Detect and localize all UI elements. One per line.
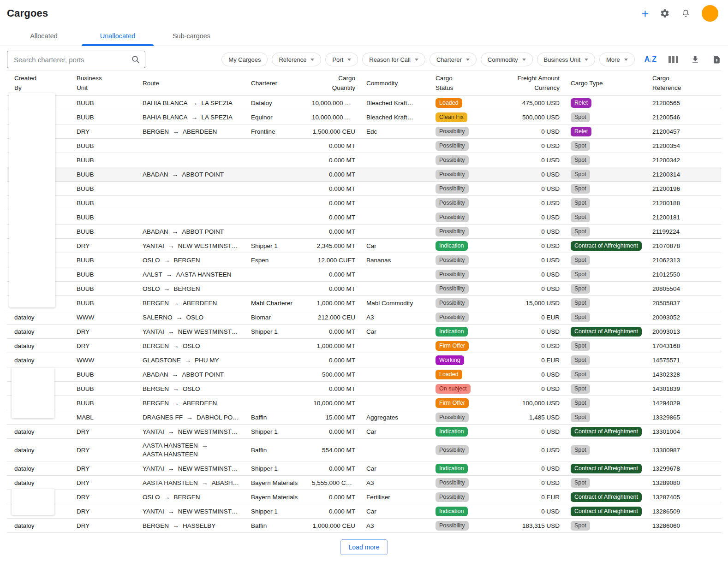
gear-icon[interactable] — [660, 8, 670, 18]
cargo-status-badge: Possibility — [436, 478, 469, 488]
cell-cargo-status: Possibility — [428, 224, 500, 239]
cell-freight-amount: 0 USD — [500, 182, 563, 196]
cell-cargo-type: Spot — [563, 476, 645, 490]
table-row[interactable]: BUUB → 0.000 MT Possibility 0 USD Spot 2… — [7, 196, 721, 210]
table-row[interactable]: DRY BERGEN→ABERDEEN Frontline 1,500.000 … — [7, 124, 721, 139]
cell-charterer — [244, 196, 304, 210]
cell-route: ABADAN→ABBOT POINT — [135, 167, 244, 182]
bell-icon[interactable] — [681, 9, 691, 18]
cargo-type-badge: Spot — [571, 521, 590, 531]
cargo-type-badge: Spot — [571, 141, 590, 151]
tab-allocated[interactable]: Allocated — [7, 27, 81, 46]
route-to: NEW WESTMINSTER — [178, 242, 240, 249]
filter-chip-more[interactable]: More — [599, 53, 635, 66]
cell-business-unit: BUUB — [69, 139, 135, 153]
table-row[interactable]: BUUB ABADAN→ABBOT POINT 0.000 MT Possibi… — [7, 167, 721, 182]
column-header-cargo-reference: Cargo Reference — [645, 71, 721, 96]
cargo-type-badge: Spot — [571, 184, 590, 194]
cell-cargo-status: Possibility — [428, 253, 500, 267]
cell-freight-amount: 0 USD — [500, 382, 563, 396]
route-from: AALST — [143, 271, 162, 278]
download-icon[interactable] — [691, 55, 700, 64]
table-row[interactable]: DRY OSLO→BERGEN Bayern Materials 0.000 M… — [7, 490, 721, 504]
table-row[interactable]: BUUB OSLO→BERGEN Espen 12.000 CUFT Banan… — [7, 253, 721, 267]
cell-cargo-reference: 21200546 — [645, 110, 721, 124]
export-file-icon[interactable] — [712, 55, 721, 65]
table-row[interactable]: dataloy WWW SALERNO→OSLO Biomar 212.000 … — [7, 310, 721, 325]
sort-az-icon[interactable]: A↓Z — [644, 55, 656, 64]
search-box[interactable] — [7, 51, 145, 68]
table-row[interactable]: dataloy DRY AASTA HANSTEEN→ABASHIRI Baye… — [7, 476, 721, 490]
cargo-status-badge: Clean Fix — [436, 112, 467, 122]
columns-icon[interactable] — [668, 56, 678, 63]
table-row[interactable]: BUUB BAHIA BLANCA→LA SPEZIA Dataloy 10,0… — [7, 96, 721, 110]
route-from: BERGEN — [143, 385, 169, 392]
cell-cargo-reference: 13287405 — [645, 490, 721, 504]
table-row[interactable]: BUUB → 0.000 MT Possibility 0 USD Spot 2… — [7, 210, 721, 224]
cell-cargo-status: Indication — [428, 325, 500, 339]
table-row[interactable]: dataloy WWW GLADSTONE→PHU MY 0.000 MT Wo… — [7, 353, 721, 367]
table-row[interactable]: MABL DRAGNES FF→DABHOL PORT Baffin 15.00… — [7, 410, 721, 425]
table-row[interactable]: BUUB BERGEN→OSLO 0.000 MT On subject 0 U… — [7, 382, 721, 396]
filter-chip-commodity[interactable]: Commodity — [481, 53, 533, 66]
table-row[interactable]: BUUB → 0.000 MT Possibility 0 USD Spot 2… — [7, 153, 721, 167]
cell-commodity: Bananas — [359, 253, 428, 267]
cell-cargo-quantity: 0.000 MT — [304, 282, 359, 296]
filter-chip-port[interactable]: Port — [325, 53, 358, 66]
table-row[interactable]: BUUB OSLO→BERGEN 0.000 MT Possibility 0 … — [7, 282, 721, 296]
cell-commodity — [359, 224, 428, 239]
search-input[interactable] — [14, 56, 131, 64]
table-row[interactable]: dataloy DRY BERGEN→HASSELBY Baffin 1,000… — [7, 519, 721, 533]
cargo-type-badge: Spot — [571, 198, 590, 208]
route-to: ABBOT POINT — [182, 228, 224, 235]
route-to: DABHOL PORT — [197, 414, 241, 421]
cell-charterer: Baffin — [244, 439, 304, 461]
filter-chip-reference[interactable]: Reference — [272, 53, 321, 66]
cell-route: OSLO→BERGEN — [135, 490, 244, 504]
table-row[interactable]: dataloy DRY YANTAI→NEW WESTMINSTER Shipp… — [7, 461, 721, 476]
table-row[interactable]: DRY YANTAI→NEW WESTMINSTER Shipper 1 0.0… — [7, 504, 721, 519]
cell-cargo-status: Possibility — [428, 410, 500, 425]
table-row[interactable]: BUUB BAHIA BLANCA→LA SPEZIA Equinor 10,0… — [7, 110, 721, 124]
cell-route: BAHIA BLANCA→LA SPEZIA — [135, 110, 244, 124]
redaction-overlay — [12, 367, 54, 418]
tab-sub-cargoes[interactable]: Sub-cargoes — [155, 27, 228, 46]
cargo-status-badge: Possibility — [436, 184, 469, 194]
chevron-down-icon — [415, 59, 418, 61]
table-row[interactable]: dataloy DRY BERGEN→OSLO 1,000.000 MT Fir… — [7, 339, 721, 353]
route-from: BAHIA BLANCA — [143, 100, 188, 106]
cell-charterer: Baffin — [244, 410, 304, 425]
cell-commodity — [359, 267, 428, 282]
cell-charterer — [244, 224, 304, 239]
add-cargo-icon[interactable]: + — [642, 8, 649, 19]
route-arrow-icon: → — [173, 385, 179, 392]
cell-cargo-reference: 20093013 — [645, 325, 721, 339]
table-row[interactable]: BUUB AALST→AASTA HANSTEEN 0.000 MT Possi… — [7, 267, 721, 282]
user-avatar[interactable] — [702, 5, 718, 22]
cell-charterer: Biomar — [244, 310, 304, 325]
filter-chip-charterer[interactable]: Charterer — [430, 53, 477, 66]
table-row[interactable]: BUUB BERGEN→ABERDEEN 10,000.000 MT Firm … — [7, 396, 721, 410]
cell-created-by: dataloy — [7, 353, 69, 367]
table-row[interactable]: BUUB BERGEN→ABERDEEN Mabl Charterer 1,00… — [7, 296, 721, 310]
table-row[interactable]: dataloy DRY YANTAI→NEW WESTMINSTER Shipp… — [7, 425, 721, 439]
cell-freight-amount: 0 USD — [500, 439, 563, 461]
table-row[interactable]: dataloy DRY AASTA HANSTEEN→AASTA HANSTEE… — [7, 439, 721, 461]
load-more-button[interactable]: Load more — [340, 539, 388, 555]
table-row[interactable]: BUUB ABADAN→ABBOT POINT 0.000 MT Possibi… — [7, 224, 721, 239]
table-row[interactable]: DRY YANTAI→NEW WESTMINSTER Shipper 1 2,3… — [7, 239, 721, 253]
tab-unallocated[interactable]: Unallocated — [81, 27, 155, 46]
cell-cargo-quantity: 0.000 MT — [304, 167, 359, 182]
cargo-status-badge: Possibility — [436, 298, 469, 308]
filter-chip-business-unit[interactable]: Business Unit — [537, 53, 595, 66]
table-row[interactable]: dataloy DRY YANTAI→NEW WESTMINSTER Shipp… — [7, 325, 721, 339]
search-icon[interactable] — [131, 55, 140, 64]
table-row[interactable]: BUUB ABADAN→ABBOT POINT 500.000 MT Loade… — [7, 367, 721, 382]
filter-chip-my-cargoes[interactable]: My Cargoes — [221, 53, 268, 66]
table-row[interactable]: BUUB → 0.000 MT Possibility 0 USD Spot 2… — [7, 182, 721, 196]
filter-chip-reason-for-call[interactable]: Reason for Call — [362, 53, 425, 66]
table-row[interactable]: BUUB → 0.000 MT Possibility 0 USD Spot 2… — [7, 139, 721, 153]
cell-business-unit: BUUB — [69, 110, 135, 124]
cell-commodity: Fertiliser — [359, 490, 428, 504]
cargo-type-badge: Contract of Affreightment — [571, 507, 642, 516]
